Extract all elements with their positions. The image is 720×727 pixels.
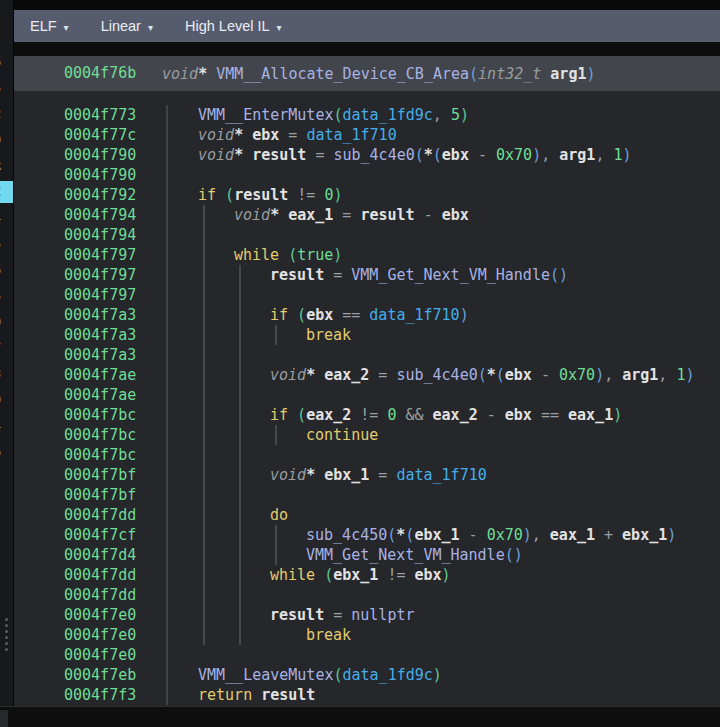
code-line[interactable]: 0004f7cfsub_4c450(*(ebx_1 - 0x70), eax_1… [14, 525, 720, 545]
code-line[interactable]: 0004f7ebVMM__LeaveMutex(data_1fd9c) [14, 665, 720, 685]
left-pane-item-selected[interactable]: C [0, 181, 13, 203]
left-pane-item[interactable]: 3 [0, 363, 13, 385]
code-line[interactable]: 0004f7d4VMM_Get_Next_VM_Handle() [14, 545, 720, 565]
line-address[interactable]: 0004f7a3 [14, 305, 162, 325]
code-line[interactable]: 0004f7dd [14, 585, 720, 605]
token-fn[interactable]: nullptr [351, 606, 414, 624]
left-pane-item[interactable]: 0 [0, 311, 13, 333]
line-address[interactable]: 0004f7e0 [14, 605, 162, 625]
line-address[interactable]: 0004f7f3 [14, 685, 162, 705]
left-pane-item[interactable]: 0 [0, 129, 13, 151]
left-pane-item[interactable]: 7 [0, 337, 13, 359]
token-data[interactable]: data_1f710 [369, 306, 459, 324]
function-header[interactable]: 0004f76b void* VMM__Allocate_Device_CB_A… [14, 56, 720, 91]
token-fn[interactable]: VMM__Allocate_Device_CB_Area [216, 65, 469, 83]
line-address[interactable]: 0004f7dd [14, 565, 162, 585]
code-line[interactable]: 0004f797result = VMM_Get_Next_VM_Handle(… [14, 265, 720, 285]
line-address[interactable]: 0004f7dd [14, 585, 162, 605]
code-line[interactable]: 0004f7ae [14, 385, 720, 405]
left-pane-item[interactable]: 6 [0, 441, 13, 463]
code-line[interactable]: 0004f7dddo [14, 505, 720, 525]
left-pane-item[interactable]: 4 [0, 207, 13, 229]
token-data[interactable]: data_1f710 [306, 126, 396, 144]
line-address[interactable]: 0004f790 [14, 145, 162, 165]
code-line[interactable]: 0004f797while (true) [14, 245, 720, 265]
code-line[interactable]: 0004f794void* eax_1 = result - ebx [14, 205, 720, 225]
line-address[interactable]: 0004f794 [14, 205, 162, 225]
token-fn[interactable]: VMM__LeaveMutex [198, 666, 333, 684]
code-line[interactable]: 0004f7bc [14, 445, 720, 465]
token-fn[interactable]: sub_4c4e0 [333, 146, 414, 164]
function-address[interactable]: 0004f76b [14, 56, 162, 91]
pane-splitter-grip[interactable] [5, 618, 9, 654]
line-address[interactable]: 0004f7a3 [14, 345, 162, 365]
code-line[interactable]: 0004f7a3if (ebx == data_1f710) [14, 305, 720, 325]
line-address[interactable]: 0004f797 [14, 245, 162, 265]
line-address[interactable]: 0004f7a3 [14, 325, 162, 345]
left-pane-item[interactable]: 5 [0, 285, 13, 307]
left-pane-item[interactable]: 6 [0, 51, 13, 73]
code-line[interactable]: 0004f7e0break [14, 625, 720, 645]
line-address[interactable]: 0004f7eb [14, 665, 162, 685]
code-line[interactable]: 0004f797 [14, 285, 720, 305]
line-address[interactable]: 0004f797 [14, 265, 162, 285]
code-line[interactable]: 0004f7e0result = nullptr [14, 605, 720, 625]
token-fn[interactable]: VMM_Get_Next_VM_Handle [306, 546, 505, 564]
code-line[interactable]: 0004f773VMM__EnterMutex(data_1fd9c, 5) [14, 105, 720, 125]
line-address[interactable]: 0004f7e0 [14, 645, 162, 665]
line-address[interactable]: 0004f7bc [14, 425, 162, 445]
line-address[interactable]: 0004f77c [14, 125, 162, 145]
bottom-scroll-thumb[interactable] [0, 710, 8, 727]
line-address[interactable]: 0004f7cf [14, 525, 162, 545]
token-data[interactable]: data_1f710 [396, 466, 486, 484]
line-address[interactable]: 0004f7ae [14, 365, 162, 385]
left-pane-item[interactable]: 5 [0, 77, 13, 99]
line-address[interactable]: 0004f7bf [14, 485, 162, 505]
token-data[interactable]: data_1fd9c [343, 666, 433, 684]
code-line[interactable]: 0004f7ddwhile (ebx_1 != ebx) [14, 565, 720, 585]
code-line[interactable]: 0004f7f3return result [14, 685, 720, 705]
left-pane-item[interactable]: 5 [0, 233, 13, 255]
line-address[interactable]: 0004f7ae [14, 385, 162, 405]
line-address[interactable]: 0004f773 [14, 105, 162, 125]
line-address[interactable]: 0004f790 [14, 165, 162, 185]
left-pane-edge[interactable]: 6520RC4565073946 [0, 0, 14, 706]
left-pane-item[interactable]: 2 [0, 103, 13, 125]
code-line[interactable]: 0004f7a3break [14, 325, 720, 345]
code-line[interactable]: 0004f790 [14, 165, 720, 185]
token-data[interactable]: data_1fd9c [343, 106, 433, 124]
left-pane-item[interactable]: 6 [0, 259, 13, 281]
line-address[interactable]: 0004f7bc [14, 445, 162, 465]
il-level-menu[interactable]: High Level IL▾ [185, 18, 282, 34]
line-address[interactable]: 0004f7dd [14, 505, 162, 525]
token-fn[interactable]: VMM__EnterMutex [198, 106, 333, 124]
line-address[interactable]: 0004f794 [14, 225, 162, 245]
code-line[interactable]: 0004f77cvoid* ebx = data_1f710 [14, 125, 720, 145]
token-fn[interactable]: sub_4c4e0 [396, 366, 477, 384]
code-line[interactable]: 0004f7e0 [14, 645, 720, 665]
line-address[interactable]: 0004f792 [14, 185, 162, 205]
code-line[interactable]: 0004f790void* result = sub_4c4e0(*(ebx -… [14, 145, 720, 165]
left-pane-item[interactable]: 4 [0, 415, 13, 437]
left-pane-item[interactable]: R [0, 155, 13, 177]
code-line[interactable]: 0004f792if (result != 0) [14, 185, 720, 205]
line-address[interactable]: 0004f797 [14, 285, 162, 305]
left-pane-item[interactable]: 9 [0, 389, 13, 411]
token-fn[interactable]: sub_4c450 [306, 526, 387, 544]
code-line[interactable]: 0004f7aevoid* eax_2 = sub_4c4e0(*(ebx - … [14, 365, 720, 385]
code-line[interactable]: 0004f7bccontinue [14, 425, 720, 445]
line-address[interactable]: 0004f7bf [14, 465, 162, 485]
layout-menu[interactable]: Linear▾ [101, 18, 153, 34]
token-fn[interactable]: VMM_Get_Next_VM_Handle [351, 266, 550, 284]
line-code: if (ebx == data_1f710) [162, 305, 469, 325]
hlil-code-pane[interactable]: 0004f773VMM__EnterMutex(data_1fd9c, 5)00… [14, 91, 720, 706]
code-line[interactable]: 0004f794 [14, 225, 720, 245]
line-address[interactable]: 0004f7e0 [14, 625, 162, 645]
code-line[interactable]: 0004f7bf [14, 485, 720, 505]
line-address[interactable]: 0004f7bc [14, 405, 162, 425]
code-line[interactable]: 0004f7bfvoid* ebx_1 = data_1f710 [14, 465, 720, 485]
line-address[interactable]: 0004f7d4 [14, 545, 162, 565]
view-type-menu[interactable]: ELF▾ [30, 18, 69, 34]
code-line[interactable]: 0004f7a3 [14, 345, 720, 365]
code-line[interactable]: 0004f7bcif (eax_2 != 0 && eax_2 - ebx ==… [14, 405, 720, 425]
